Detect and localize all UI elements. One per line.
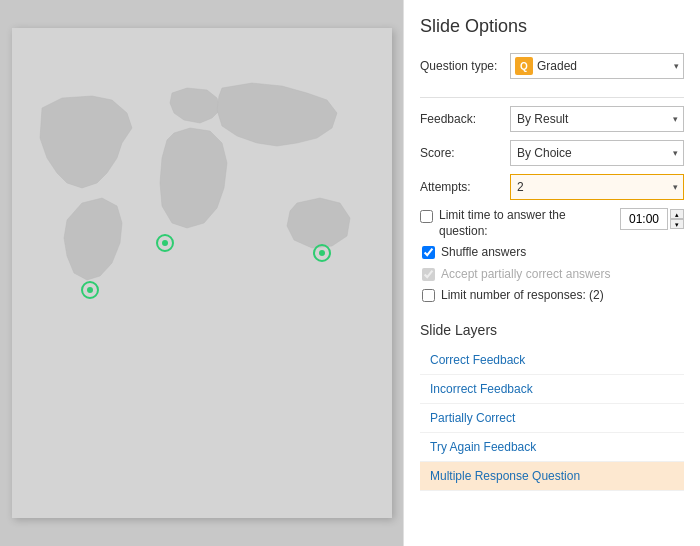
attempts-label: Attempts: xyxy=(420,180,510,194)
score-select-wrapper[interactable]: By Choice By Question ▾ xyxy=(510,140,684,166)
layer-partially-correct[interactable]: Partially Correct xyxy=(420,404,684,433)
feedback-label: Feedback: xyxy=(420,112,510,126)
question-type-select[interactable]: Graded Survey Freeform xyxy=(537,59,679,73)
slide-layers-list: Correct Feedback Incorrect Feedback Part… xyxy=(420,346,684,491)
layer-multiple-response[interactable]: Multiple Response Question xyxy=(420,462,684,491)
world-map-svg xyxy=(12,28,392,518)
divider-1 xyxy=(420,97,684,98)
shuffle-label: Shuffle answers xyxy=(441,245,526,261)
accept-partial-row: Accept partially correct answers xyxy=(420,267,684,283)
time-up-button[interactable]: ▴ xyxy=(670,209,684,219)
limit-time-row: Limit time to answer the question: ▴ ▾ xyxy=(420,208,684,239)
svg-point-4 xyxy=(162,240,168,246)
layer-incorrect-feedback[interactable]: Incorrect Feedback xyxy=(420,375,684,404)
question-type-select-wrapper[interactable]: Q Graded Survey Freeform ▾ xyxy=(510,53,684,79)
shuffle-row: Shuffle answers xyxy=(420,245,684,261)
accept-partial-checkbox[interactable] xyxy=(422,268,435,281)
question-type-icon: Q xyxy=(515,57,533,75)
shuffle-checkbox[interactable] xyxy=(422,246,435,259)
question-type-label: Question type: xyxy=(420,59,510,73)
attempts-select-wrapper[interactable]: 2 1 3 Unlimited ▾ xyxy=(510,174,684,200)
layer-try-again[interactable]: Try Again Feedback xyxy=(420,433,684,462)
score-label: Score: xyxy=(420,146,510,160)
time-input-wrapper: ▴ ▾ xyxy=(620,208,684,230)
time-down-button[interactable]: ▾ xyxy=(670,219,684,229)
options-panel: Slide Options Question type: Q Graded Su… xyxy=(403,0,700,546)
svg-point-6 xyxy=(319,250,325,256)
limit-responses-label: Limit number of responses: (2) xyxy=(441,288,604,304)
limit-time-label: Limit time to answer the question: xyxy=(439,208,614,239)
layer-correct-feedback[interactable]: Correct Feedback xyxy=(420,346,684,375)
slide-layers-title: Slide Layers xyxy=(420,322,684,338)
feedback-select-wrapper[interactable]: By Result Combined None ▾ xyxy=(510,106,684,132)
map-panel xyxy=(0,0,403,546)
attempts-row: Attempts: 2 1 3 Unlimited ▾ xyxy=(420,174,684,200)
limit-responses-checkbox[interactable] xyxy=(422,289,435,302)
feedback-row: Feedback: By Result Combined None ▾ xyxy=(420,106,684,132)
question-type-row: Question type: Q Graded Survey Freeform … xyxy=(420,53,684,79)
score-row: Score: By Choice By Question ▾ xyxy=(420,140,684,166)
time-input[interactable] xyxy=(620,208,668,230)
accept-partial-label: Accept partially correct answers xyxy=(441,267,610,283)
attempts-select[interactable]: 2 1 3 Unlimited xyxy=(510,174,684,200)
limit-time-checkbox[interactable] xyxy=(420,210,433,223)
map-container xyxy=(12,28,392,518)
feedback-select[interactable]: By Result Combined None xyxy=(510,106,684,132)
time-spinner: ▴ ▾ xyxy=(670,209,684,229)
panel-title: Slide Options xyxy=(420,16,684,37)
score-select[interactable]: By Choice By Question xyxy=(510,140,684,166)
svg-point-2 xyxy=(87,287,93,293)
limit-time-content: Limit time to answer the question: ▴ ▾ xyxy=(420,208,684,239)
limit-responses-row: Limit number of responses: (2) xyxy=(420,288,684,304)
